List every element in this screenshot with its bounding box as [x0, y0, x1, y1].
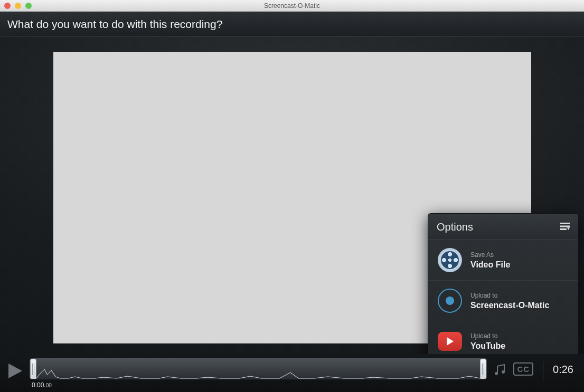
svg-point-6 [502, 370, 505, 374]
svg-marker-3 [567, 227, 570, 230]
controls-divider [543, 361, 543, 381]
youtube-icon [438, 329, 462, 353]
audio-waveform [36, 367, 480, 379]
traffic-lights [4, 3, 32, 9]
timeline-block: 0:00.00 [30, 358, 487, 389]
close-icon[interactable] [4, 3, 11, 9]
film-reel-icon [438, 248, 462, 272]
option-title: Video File [470, 260, 510, 270]
trim-handle-right[interactable] [480, 359, 486, 379]
screencastomatic-icon [438, 289, 462, 313]
option-subtitle: Upload to [470, 292, 549, 299]
playback-controls: 0:00.00 CC 0:26 [0, 354, 584, 392]
time-main: 0:00. [32, 381, 46, 389]
svg-rect-2 [560, 228, 567, 230]
svg-point-5 [495, 372, 498, 375]
svg-rect-0 [560, 223, 570, 224]
svg-marker-4 [8, 364, 22, 378]
preview-stage: Options Save As Video File Upload to Scr… [0, 36, 584, 354]
play-button[interactable] [6, 362, 23, 379]
options-title: Options [437, 221, 473, 233]
app-window: What do you want to do with this recordi… [0, 12, 584, 392]
svg-rect-1 [560, 225, 570, 227]
option-title: Screencast-O-Matic [470, 301, 549, 310]
zoom-icon[interactable] [25, 3, 32, 9]
options-popover: Options Save As Video File Upload to Scr… [428, 213, 579, 354]
trim-handle-left[interactable] [30, 359, 36, 379]
timeline[interactable] [30, 358, 487, 379]
options-header: Options [428, 214, 578, 240]
option-subtitle: Save As [470, 251, 510, 259]
option-upload-screencastomatic[interactable]: Upload to Screencast-O-Matic [428, 281, 578, 321]
time-ms: 00 [46, 383, 52, 388]
option-title: YouTube [470, 341, 505, 351]
option-save-video-file[interactable]: Save As Video File [428, 240, 578, 281]
options-menu-icon[interactable] [560, 223, 570, 232]
minimize-icon[interactable] [15, 3, 21, 9]
mac-titlebar: Screencast-O-Matic [0, 0, 584, 12]
option-upload-youtube[interactable]: Upload to YouTube [428, 321, 578, 354]
playhead-time: 0:00.00 [32, 381, 487, 389]
music-button[interactable] [493, 364, 507, 377]
duration-label: 0:26 [553, 364, 573, 376]
window-title: Screencast-O-Matic [264, 2, 320, 9]
captions-button[interactable]: CC [513, 362, 533, 376]
page-title: What do you want to do with this recordi… [0, 12, 584, 36]
option-subtitle: Upload to [470, 332, 505, 340]
